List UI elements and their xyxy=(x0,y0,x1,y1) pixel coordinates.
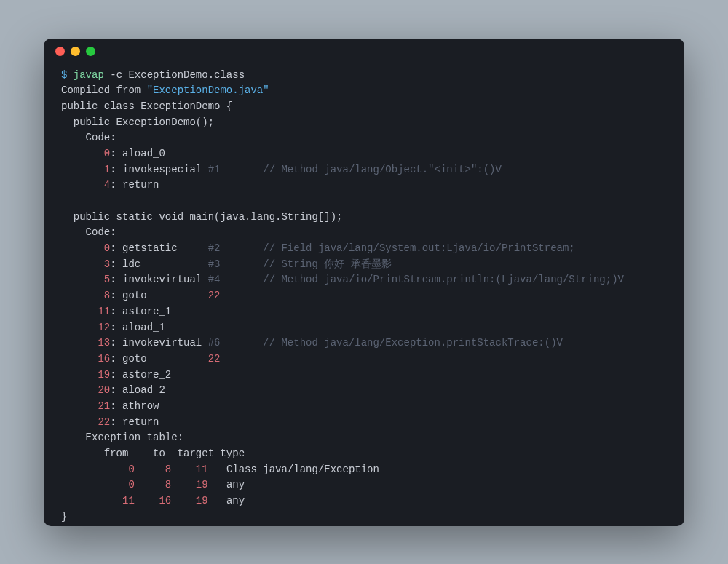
program-counter: 13 xyxy=(61,337,110,349)
exception-table-label: Exception table: xyxy=(61,430,667,446)
instruction-line: 0: aload_0 xyxy=(61,146,667,162)
main-instructions: 0: getstatic #2 // Field java/lang/Syste… xyxy=(61,241,667,430)
opcode: : goto xyxy=(110,353,207,365)
opcode: : aload_1 xyxy=(110,322,165,333)
opcode: : goto xyxy=(110,290,207,301)
program-counter: 21 xyxy=(61,400,110,412)
constructor-signature: public ExceptionDemo(); xyxy=(61,115,667,131)
exc-to: 8 xyxy=(135,464,171,475)
program-counter: 0 xyxy=(61,148,110,159)
exception-table-header: from to target type xyxy=(61,446,667,462)
operand-ref: #1 xyxy=(208,164,221,175)
opcode: : invokevirtual xyxy=(110,337,207,349)
exc-to: 16 xyxy=(135,495,171,507)
close-brace: } xyxy=(61,509,667,525)
operand-ref: 22 xyxy=(208,353,221,365)
close-icon[interactable] xyxy=(55,47,65,56)
comment: // Method java/lang/Exception.printStack… xyxy=(220,337,562,349)
window-titlebar xyxy=(44,39,684,65)
exc-type: any xyxy=(208,495,245,507)
instruction-line: 3: ldc #3 // String 你好 承香墨影 xyxy=(61,257,667,273)
exc-type: Class java/lang/Exception xyxy=(208,464,379,475)
opcode: : aload_2 xyxy=(110,384,165,396)
opcode: : invokevirtual xyxy=(110,274,207,285)
command-name: javap xyxy=(74,69,104,81)
exc-type: any xyxy=(208,479,245,490)
instruction-line: 1: invokespecial #1 // Method java/lang/… xyxy=(61,162,667,178)
exc-target: 19 xyxy=(171,479,207,490)
instruction-line: 4: return xyxy=(61,178,667,194)
exception-table-rows: 0 8 11 Class java/lang/Exception 0 8 19 … xyxy=(61,462,667,509)
command-line: $ javap -c ExceptionDemo.class xyxy=(61,68,667,84)
exc-from: 11 xyxy=(61,495,135,507)
instruction-line: 12: aload_1 xyxy=(61,320,667,336)
instruction-line: 22: return xyxy=(61,415,667,431)
compiled-from: Compiled from "ExceptionDemo.java" xyxy=(61,83,667,99)
program-counter: 16 xyxy=(61,353,110,365)
operand-ref: #2 xyxy=(208,242,221,254)
blank-line xyxy=(61,194,667,210)
opcode: : ldc xyxy=(110,258,207,270)
program-counter: 19 xyxy=(61,369,110,381)
program-counter: 11 xyxy=(61,306,110,317)
program-counter: 22 xyxy=(61,416,110,428)
exception-table-row: 0 8 19 any xyxy=(61,477,667,493)
instruction-line: 16: goto 22 xyxy=(61,351,667,368)
opcode: : athrow xyxy=(110,400,159,412)
program-counter: 8 xyxy=(61,290,110,301)
program-counter: 5 xyxy=(61,274,110,285)
comment: // Method java/io/PrintStream.println:(L… xyxy=(220,274,624,285)
opcode: : aload_0 xyxy=(110,148,165,159)
comment: // Field java/lang/System.out:Ljava/io/P… xyxy=(220,242,574,254)
prompt-symbol: $ xyxy=(61,69,67,81)
exc-from: 0 xyxy=(61,479,135,490)
program-counter: 12 xyxy=(61,322,110,333)
instruction-line: 8: goto 22 xyxy=(61,288,667,304)
program-counter: 4 xyxy=(61,179,110,191)
instruction-line: 20: aload_2 xyxy=(61,383,667,399)
opcode: : getstatic xyxy=(110,242,207,254)
opcode: : return xyxy=(110,179,159,191)
instruction-line: 21: athrow xyxy=(61,399,667,415)
comment: // String 你好 承香墨影 xyxy=(220,258,391,270)
instruction-line: 0: getstatic #2 // Field java/lang/Syste… xyxy=(61,241,667,257)
command-args: -c ExceptionDemo.class xyxy=(110,69,245,81)
exc-target: 19 xyxy=(171,495,207,507)
minimize-icon[interactable] xyxy=(71,47,80,56)
program-counter: 0 xyxy=(61,242,110,254)
exc-target: 11 xyxy=(171,464,207,475)
opcode: : return xyxy=(110,416,159,428)
program-counter: 20 xyxy=(61,384,110,396)
operand-ref: #3 xyxy=(208,258,221,270)
operand-ref: 22 xyxy=(208,290,221,301)
instruction-line: 13: invokevirtual #6 // Method java/lang… xyxy=(61,335,667,351)
operand-ref: #4 xyxy=(208,274,221,285)
terminal-content: $ javap -c ExceptionDemo.classCompiled f… xyxy=(44,65,684,526)
code-label: Code: xyxy=(61,225,667,241)
exception-table-row: 0 8 11 Class java/lang/Exception xyxy=(61,462,667,478)
code-label: Code: xyxy=(61,130,667,146)
operand-ref: #6 xyxy=(208,337,221,349)
instruction-line: 11: astore_1 xyxy=(61,304,667,320)
opcode: : astore_1 xyxy=(110,306,171,317)
exc-from: 0 xyxy=(61,464,135,475)
class-declaration: public class ExceptionDemo { xyxy=(61,99,667,115)
opcode: : astore_2 xyxy=(110,369,171,381)
instruction-line: 19: astore_2 xyxy=(61,368,667,384)
ctor-instructions: 0: aload_0 1: invokespecial #1 // Method… xyxy=(61,146,667,194)
opcode: : invokespecial xyxy=(110,164,207,175)
instruction-line: 5: invokevirtual #4 // Method java/io/Pr… xyxy=(61,272,667,288)
comment: // Method java/lang/Object."<init>":()V xyxy=(220,164,501,175)
maximize-icon[interactable] xyxy=(86,47,95,56)
program-counter: 1 xyxy=(61,164,110,175)
main-signature: public static void main(java.lang.String… xyxy=(61,210,667,226)
program-counter: 3 xyxy=(61,258,110,270)
exception-table-row: 11 16 19 any xyxy=(61,493,667,509)
terminal-window: $ javap -c ExceptionDemo.classCompiled f… xyxy=(44,39,684,526)
exc-to: 8 xyxy=(135,479,171,490)
